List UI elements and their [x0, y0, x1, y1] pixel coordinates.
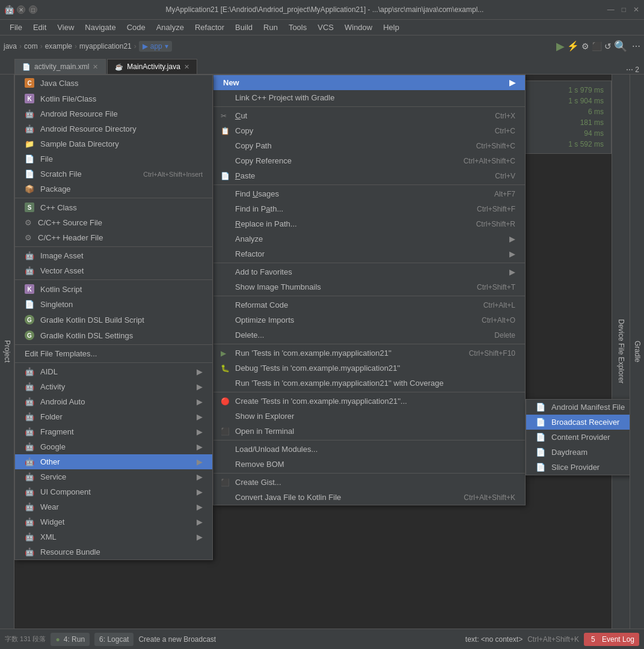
run-panel-button[interactable]: ● 4: Run: [51, 633, 90, 646]
sm-daydream[interactable]: 📄 Daydream: [526, 445, 630, 460]
menu-navigate[interactable]: Navigate: [80, 21, 120, 34]
new-scratch-file[interactable]: 📄 Scratch File Ctrl+Alt+Shift+Insert: [15, 166, 212, 181]
ctx-create-tests[interactable]: 🔴 Create 'Tests in 'com.example.myapplic…: [213, 394, 525, 409]
new-android-resource-file[interactable]: 🤖 Android Resource File: [15, 106, 212, 121]
new-gradle-kotlin-settings[interactable]: G Gradle Kotlin DSL Settings: [15, 328, 212, 343]
menu-help[interactable]: Help: [378, 21, 404, 34]
title-action-3[interactable]: ✕: [633, 5, 639, 14]
new-kotlin-script[interactable]: K Kotlin Script: [15, 281, 212, 297]
ctx-find-in-path[interactable]: Find in Path... Ctrl+Shift+F: [213, 201, 525, 216]
new-singleton[interactable]: 📄 Singleton: [15, 297, 212, 312]
menu-vcs[interactable]: VCS: [313, 21, 339, 34]
sm-slice-provider[interactable]: 📄 Slice Provider Ctrl+D: [526, 460, 630, 475]
ctx-copy-reference[interactable]: Copy Reference Ctrl+Alt+Shift+C: [213, 153, 525, 168]
menu-code[interactable]: Code: [122, 21, 150, 34]
new-fragment[interactable]: 🤖 Fragment ▶: [15, 424, 212, 439]
tab-close-xml[interactable]: ✕: [93, 63, 98, 71]
menu-analyze[interactable]: Analyze: [152, 21, 189, 34]
title-action-1[interactable]: —: [607, 5, 615, 14]
ctx-refactor[interactable]: Refactor ▶: [213, 246, 525, 261]
tab-close-java[interactable]: ✕: [184, 63, 189, 71]
new-android-auto[interactable]: 🤖 Android Auto ▶: [15, 394, 212, 409]
new-sample-data-dir[interactable]: 📁 Sample Data Directory: [15, 136, 212, 151]
new-ui-component[interactable]: 🤖 UI Component ▶: [15, 484, 212, 499]
menu-window[interactable]: Window: [340, 21, 377, 34]
ctx-remove-bom[interactable]: Remove BOM: [213, 457, 525, 472]
run-button[interactable]: ▶: [556, 40, 565, 53]
ctx-run-tests[interactable]: ▶ Run 'Tests in 'com.example.myapplicati…: [213, 346, 525, 361]
menu-file[interactable]: File: [5, 21, 27, 34]
menu-refactor[interactable]: Refactor: [190, 21, 229, 34]
menu-run[interactable]: Run: [259, 21, 283, 34]
ctx-convert-kotlin[interactable]: Convert Java File to Kotlin File Ctrl+Al…: [213, 490, 525, 505]
tab-mainactivity-java[interactable]: ☕ MainActivity.java ✕: [107, 59, 197, 74]
new-android-resource-dir[interactable]: 🤖 Android Resource Directory: [15, 121, 212, 136]
ctx-copy[interactable]: 📋 Copy Ctrl+C: [213, 123, 525, 138]
ctx-add-favorites[interactable]: Add to Favorites ▶: [213, 264, 525, 279]
ctx-delete[interactable]: Delete... Delete: [213, 328, 525, 343]
ctx-new-header[interactable]: New ▶: [213, 75, 525, 90]
sm-content-provider[interactable]: 📄 Content Provider: [526, 430, 630, 445]
project-panel-label[interactable]: Project: [0, 75, 14, 629]
new-wear[interactable]: 🤖 Wear ▶: [15, 499, 212, 514]
sm-android-manifest[interactable]: 📄 Android Manifest File ▶: [526, 400, 630, 415]
new-activity[interactable]: 🤖 Activity ▶: [15, 379, 212, 394]
gradle-panel[interactable]: Gradle: [630, 75, 644, 629]
ctx-link-cpp[interactable]: Link C++ Project with Gradle: [213, 90, 525, 105]
menu-build[interactable]: Build: [230, 21, 257, 34]
stop-button[interactable]: ⬛: [592, 41, 602, 51]
edit-file-templates[interactable]: Edit File Templates...: [15, 346, 212, 361]
ctx-analyze[interactable]: Analyze ▶: [213, 231, 525, 246]
ctx-create-gist[interactable]: ⬛ Create Gist...: [213, 475, 525, 490]
new-xml[interactable]: 🤖 XML ▶: [15, 529, 212, 544]
tab-activity-main-xml[interactable]: 📄 activity_main.xml ✕: [14, 59, 106, 74]
ctx-open-terminal[interactable]: ⬛ Open in Terminal: [213, 424, 525, 439]
new-google[interactable]: 🤖 Google ▶: [15, 439, 212, 454]
title-action-2[interactable]: □: [622, 5, 626, 14]
close-button[interactable]: ✕: [17, 5, 25, 14]
ctx-paste[interactable]: 📄 Paste Ctrl+V: [213, 168, 525, 183]
menu-edit[interactable]: Edit: [28, 21, 51, 34]
sm-broadcast-receiver[interactable]: 📄 Broadcast Receiver: [526, 415, 630, 430]
ctx-copy-path[interactable]: Copy Path Ctrl+Shift+C: [213, 138, 525, 153]
new-cpp-header[interactable]: ⚙ C/C++ Header File: [15, 230, 212, 245]
more-button[interactable]: ⋯: [632, 41, 640, 51]
tab-overflow[interactable]: ⋯ 2: [626, 66, 639, 74]
window-controls[interactable]: 🤖 ✕ □: [5, 5, 37, 14]
new-other[interactable]: 🤖 Other ▶: [15, 454, 212, 469]
ctx-find-usages[interactable]: Find Usages Alt+F7: [213, 186, 525, 201]
new-package[interactable]: 📦 Package: [15, 181, 212, 197]
new-folder[interactable]: 🤖 Folder ▶: [15, 409, 212, 424]
sync-button[interactable]: ↺: [604, 41, 612, 51]
new-vector-asset[interactable]: 🤖 Vector Asset: [15, 263, 212, 278]
ctx-show-explorer[interactable]: Show in Explorer: [213, 409, 525, 424]
ctx-run-coverage[interactable]: Run 'Tests in 'com.example.myapplication…: [213, 376, 525, 391]
new-cpp-source[interactable]: ⚙ C/C++ Source File: [15, 215, 212, 230]
menu-view[interactable]: View: [52, 21, 79, 34]
ctx-optimize-imports[interactable]: Optimize Imports Ctrl+Alt+O: [213, 312, 525, 328]
event-log-button[interactable]: 5 Event Log: [584, 633, 639, 646]
new-widget[interactable]: 🤖 Widget ▶: [15, 514, 212, 529]
new-image-asset[interactable]: 🤖 Image Asset: [15, 248, 212, 263]
device-file-explorer[interactable]: Device File Explorer: [612, 75, 630, 629]
ctx-reformat[interactable]: Reformat Code Ctrl+Alt+L: [213, 297, 525, 312]
debug-button[interactable]: ⚡: [567, 40, 579, 52]
ctx-debug-tests[interactable]: 🐛 Debug 'Tests in 'com.example.myapplica…: [213, 361, 525, 376]
ctx-load-unload[interactable]: Load/Unload Modules...: [213, 442, 525, 457]
breadcrumb-app-dropdown[interactable]: ▶ app ▾: [139, 41, 172, 52]
ctx-replace-in-path[interactable]: Replace in Path... Ctrl+Shift+R: [213, 216, 525, 231]
new-cpp-class[interactable]: S C++ Class: [15, 200, 212, 215]
new-kotlin-class[interactable]: K Kotlin File/Class: [15, 91, 212, 106]
ctx-show-thumbnails[interactable]: Show Image Thumbnails Ctrl+Shift+T: [213, 279, 525, 294]
maximize-button[interactable]: □: [29, 5, 37, 14]
minimize-button[interactable]: 🤖: [5, 5, 13, 14]
new-resource-bundle[interactable]: 🤖 Resource Bundle: [15, 544, 212, 559]
menu-tools[interactable]: Tools: [284, 21, 311, 34]
profile-button[interactable]: ⚙: [581, 41, 589, 51]
new-aidl[interactable]: 🤖 AIDL ▶: [15, 364, 212, 379]
new-java-class[interactable]: C Java Class: [15, 75, 212, 91]
new-gradle-kotlin-build[interactable]: G Gradle Kotlin DSL Build Script: [15, 312, 212, 328]
ctx-cut[interactable]: ✂ Cut Ctrl+X: [213, 108, 525, 123]
new-service[interactable]: 🤖 Service ▶: [15, 469, 212, 484]
logcat-panel-button[interactable]: 6: Logcat: [94, 633, 133, 646]
